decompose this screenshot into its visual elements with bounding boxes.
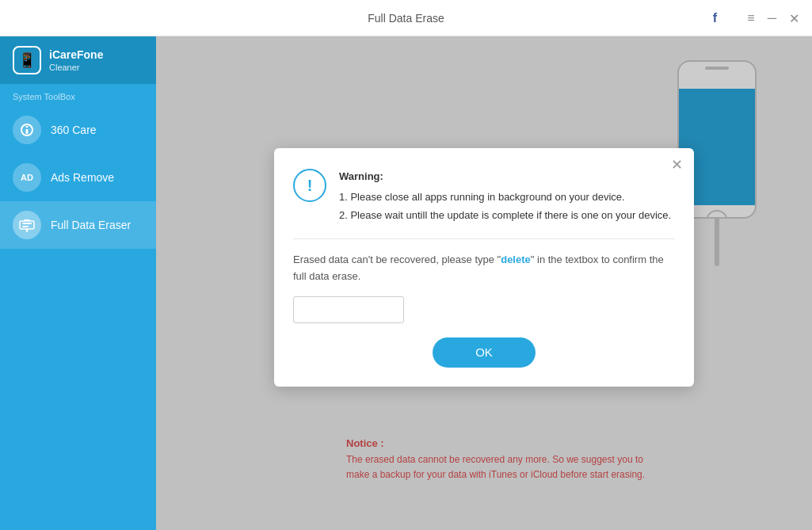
sidebar: 📱 iCareFone Cleaner System ToolBox 360 C… (0, 36, 156, 530)
app-logo-icon: 📱 (13, 46, 41, 74)
360care-label: 360 Care (51, 124, 97, 136)
sidebar-item-fulldataeraser[interactable]: Full Data Eraser (0, 201, 156, 249)
sidebar-section-label: System ToolBox (0, 84, 156, 106)
ok-button[interactable]: OK (433, 337, 536, 368)
warning-title: Warning: (339, 167, 671, 185)
svg-rect-4 (22, 223, 32, 224)
confirm-text: Erased data can't be recovered, please t… (293, 252, 675, 285)
svg-rect-6 (24, 219, 30, 221)
content-area: Notice : The erased data cannot be recov… (156, 36, 812, 530)
title-bar: Full Data Erase f ≡ ─ ✕ (0, 0, 812, 36)
fulldataeraser-label: Full Data Eraser (51, 219, 131, 231)
svg-rect-7 (25, 229, 29, 231)
adsremove-label: Ads Remove (51, 171, 114, 184)
app-name: iCareFone (49, 48, 103, 62)
fulldataeraser-icon (13, 211, 41, 239)
svg-rect-1 (26, 126, 29, 128)
app-logo-text: iCareFone Cleaner (49, 48, 103, 73)
svg-rect-2 (26, 129, 29, 134)
modal-close-button[interactable]: ✕ (671, 156, 683, 173)
warning-line1: 1. Please close all apps running in back… (339, 191, 625, 203)
svg-rect-3 (20, 221, 34, 229)
warning-text: Warning: 1. Please close all apps runnin… (339, 167, 671, 224)
warning-icon: ! (293, 169, 326, 202)
window-title: Full Data Erase (368, 12, 444, 25)
main-layout: 📱 iCareFone Cleaner System ToolBox 360 C… (0, 36, 812, 530)
app-subtitle: Cleaner (49, 62, 103, 73)
close-icon[interactable]: ✕ (789, 10, 799, 25)
facebook-icon[interactable]: f (713, 11, 717, 25)
svg-rect-8 (26, 231, 28, 232)
modal-overlay: ✕ ! Warning: 1. Please close all apps ru… (156, 36, 812, 530)
svg-rect-5 (22, 226, 29, 227)
360care-icon (13, 116, 41, 144)
confirm-input[interactable] (293, 296, 404, 323)
confirm-text-pre: Erased data can't be recovered, please t… (293, 254, 501, 265)
sidebar-item-adsremove[interactable]: AD Ads Remove (0, 154, 156, 201)
modal-warning-section: ! Warning: 1. Please close all apps runn… (293, 167, 675, 239)
window-controls: ≡ ─ ✕ (747, 10, 799, 25)
modal-dialog: ✕ ! Warning: 1. Please close all apps ru… (274, 148, 694, 387)
sidebar-item-360care[interactable]: 360 Care (0, 106, 156, 154)
adsremove-icon: AD (13, 163, 41, 192)
delete-word: delete (501, 254, 531, 265)
modal-body: Erased data can't be recovered, please t… (293, 239, 675, 368)
sidebar-logo: 📱 iCareFone Cleaner (0, 36, 156, 84)
warning-line2: 2. Please wait untill the update is comp… (339, 209, 671, 221)
menu-icon[interactable]: ≡ (747, 11, 754, 25)
minimize-icon[interactable]: ─ (768, 11, 776, 25)
